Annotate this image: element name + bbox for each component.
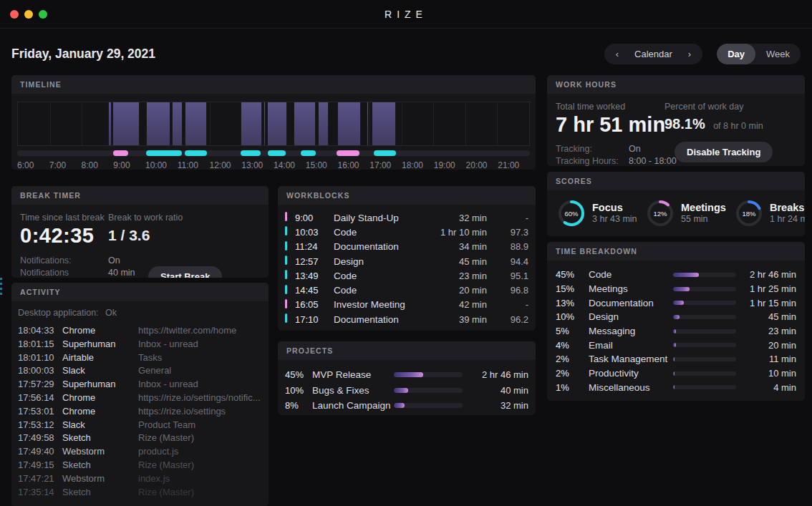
breakdown-time: 2 hr 46 min xyxy=(736,269,796,280)
time-breakdown-panel: TIME BREAKDOWN 45%Code2 hr 46 min15%Meet… xyxy=(547,242,805,401)
project-row[interactable]: 45%MVP Release2 hr 46 min xyxy=(285,367,528,383)
workblock-time: 10:03 xyxy=(295,227,334,238)
workblock-row[interactable]: 10:03Code1 hr 10 min97.3 xyxy=(285,225,528,239)
timeline-gridline xyxy=(50,102,51,145)
workblock-focus-tick-icon xyxy=(285,313,287,323)
activity-time: 18:00:03 xyxy=(18,364,62,378)
breakdown-percent: 1% xyxy=(556,382,589,393)
activity-row[interactable]: 17:53:01Chromehttps://rize.io/settings xyxy=(11,405,269,419)
timeline-focus-segment[interactable] xyxy=(146,150,181,156)
workblock-duration: 42 min xyxy=(428,299,487,310)
timeline-activity-block[interactable] xyxy=(264,102,266,145)
breakdown-row[interactable]: 2%Productivity10 min xyxy=(556,366,796,381)
timeline-meeting-segment[interactable] xyxy=(113,150,128,156)
timeline-meeting-segment[interactable] xyxy=(337,150,359,156)
timeline-activity-block[interactable] xyxy=(337,102,361,145)
start-break-button[interactable]: Start Break xyxy=(148,266,222,278)
score-text: Breaks1 hr 24 min xyxy=(770,202,805,225)
timeline-activity-block[interactable] xyxy=(112,102,139,145)
activity-row[interactable]: 18:01:10AirtableTasks xyxy=(11,351,269,365)
timeline-body: 6:007:008:009:0010:0011:0012:0013:0014:0… xyxy=(11,94,536,170)
calendar-button[interactable]: Calendar xyxy=(634,49,672,59)
breakdown-bar-fill xyxy=(673,329,676,334)
workblock-time: 9:00 xyxy=(295,213,334,223)
timeline-axis-label: 15:00 xyxy=(306,160,327,170)
activity-row[interactable]: 17:49:15SketchRize (Master) xyxy=(11,459,269,472)
workblock-row[interactable]: 17:10Documentation39 min96.2 xyxy=(285,312,528,326)
activity-row[interactable]: 17:49:40Webstormproduct.js xyxy=(11,445,269,459)
timeline-gridline xyxy=(433,102,434,145)
timeline-activity-block[interactable] xyxy=(318,102,329,145)
breakdown-row[interactable]: 15%Meetings1 hr 25 min xyxy=(556,282,796,296)
activity-detail: Tasks xyxy=(138,351,262,365)
timeline-activity-block[interactable] xyxy=(294,102,316,145)
timeline-activity-block[interactable] xyxy=(372,102,395,145)
workblock-row[interactable]: 9:00Daily Stand-Up32 min- xyxy=(285,210,528,225)
activity-row[interactable]: 17:57:29SuperhumanInbox - unread xyxy=(11,378,269,391)
score-ring-gauge: 18% xyxy=(735,199,763,228)
timeline-focus-segment[interactable] xyxy=(374,150,396,156)
workblock-row[interactable]: 16:05Investor Meeting42 min- xyxy=(285,298,528,312)
breakdown-row[interactable]: 45%Code2 hr 46 min xyxy=(556,268,796,282)
tab-day[interactable]: Day xyxy=(717,44,755,64)
breakdown-time: 11 min xyxy=(736,354,796,364)
timeline-axis-label: 20:00 xyxy=(466,160,488,170)
breakdown-bar-fill xyxy=(673,357,675,361)
activity-detail: https://twitter.com/home xyxy=(138,324,262,338)
projects-panel: PROJECTS 45%MVP Release2 hr 46 min10%Bug… xyxy=(278,341,536,415)
activity-row[interactable]: 17:47:21Webstormindex.js xyxy=(11,472,269,486)
timeline-focus-segment[interactable] xyxy=(268,150,286,156)
timeline-activity-block[interactable] xyxy=(185,102,207,145)
disable-tracking-button[interactable]: Disable Tracking xyxy=(675,142,773,162)
project-row[interactable]: 8%Launch Campaign32 min xyxy=(285,398,528,414)
activity-row[interactable]: 17:53:12SlackProduct Team xyxy=(11,419,269,432)
activity-row[interactable]: 18:04:33Chromehttps://twitter.com/home xyxy=(11,324,269,338)
breakdown-row[interactable]: 10%Design45 min xyxy=(556,310,796,324)
breakdown-bar-fill xyxy=(673,287,690,291)
breakdown-row[interactable]: 13%Documentation1 hr 15 min xyxy=(556,296,796,310)
activity-row[interactable]: 18:01:15SuperhumanInbox - unread xyxy=(11,338,269,351)
breakdown-row[interactable]: 2%Task Management11 min xyxy=(556,352,796,366)
timeline-activity-block[interactable] xyxy=(367,102,369,145)
score-text: Focus3 hr 43 min xyxy=(592,202,637,225)
desktop-app-status: Desktop application: Ok xyxy=(11,308,269,318)
timeline-focus-segment[interactable] xyxy=(301,150,316,156)
breakdown-row[interactable]: 4%Email20 min xyxy=(556,338,796,352)
breakdown-row[interactable]: 5%Messaging23 min xyxy=(556,324,796,339)
workblock-row[interactable]: 11:24Documentation34 min88.9 xyxy=(285,240,528,254)
project-time: 40 min xyxy=(463,385,528,396)
chevron-left-icon[interactable]: ‹ xyxy=(616,49,619,59)
workblock-category-tick xyxy=(285,313,295,326)
timeline-activity-block[interactable] xyxy=(241,102,262,145)
workblock-row[interactable]: 12:57Design45 min94.4 xyxy=(285,254,528,268)
timeline-gridline xyxy=(402,102,402,145)
timeline-activity-block[interactable] xyxy=(172,102,183,145)
chevron-right-icon[interactable]: › xyxy=(688,49,691,59)
project-row[interactable]: 10%Bugs & Fixes40 min xyxy=(285,383,528,399)
timeline-activity-block[interactable] xyxy=(267,102,287,145)
timeline-activity-block[interactable] xyxy=(146,102,170,145)
breakdown-row[interactable]: 1%Miscellaneous4 min xyxy=(556,381,796,395)
activity-row[interactable]: 17:49:58SketchRize (Master) xyxy=(11,432,269,445)
activity-time: 17:53:01 xyxy=(18,405,62,419)
timeline-activity-block[interactable] xyxy=(108,102,112,145)
scores-panel-title: SCORES xyxy=(547,172,805,190)
time-since-break-label: Time since last break xyxy=(20,213,108,223)
workblock-row[interactable]: 14:45Code20 min96.8 xyxy=(285,283,528,297)
maximize-window-icon[interactable] xyxy=(39,10,47,19)
workblock-name: Daily Stand-Up xyxy=(334,213,428,223)
timeline-focus-segment[interactable] xyxy=(241,150,261,156)
breakdown-name: Meetings xyxy=(589,283,673,294)
breakdown-bar xyxy=(673,385,736,389)
projects-panel-title: PROJECTS xyxy=(278,341,536,360)
tab-week[interactable]: Week xyxy=(755,44,801,64)
workblock-row[interactable]: 13:49Code23 min95.1 xyxy=(285,268,528,283)
activity-row[interactable]: 17:56:14Chromehttps://rize.io/settings/n… xyxy=(11,391,269,405)
timeline-focus-segment[interactable] xyxy=(185,150,207,156)
activity-row[interactable]: 18:00:03SlackGeneral xyxy=(11,364,269,378)
percent-work-day-label: Percent of work day xyxy=(664,102,796,112)
minimize-window-icon[interactable] xyxy=(24,10,33,19)
activity-row[interactable]: 17:35:14SketchRize (Master) xyxy=(11,486,269,500)
edge-drawer-handle-icon[interactable] xyxy=(0,278,2,297)
close-window-icon[interactable] xyxy=(10,10,19,19)
